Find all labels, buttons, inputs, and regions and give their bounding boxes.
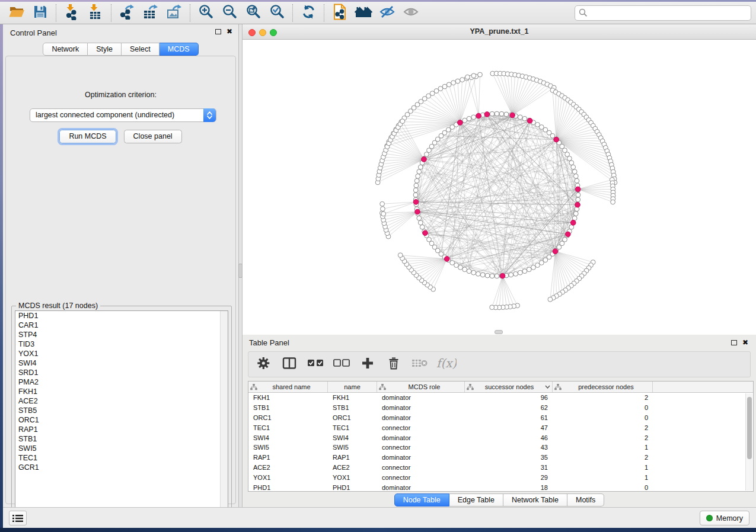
export-table-button[interactable]: }} [139,4,162,23]
table-scrollbar[interactable] [745,393,752,491]
vertical-splitter[interactable] [238,24,243,507]
export-image-button[interactable] [162,4,186,23]
cell-predecessor-nodes[interactable]: 1 [553,464,653,471]
mcds-result-item[interactable]: STB1 [15,434,228,444]
cell-name[interactable]: RAP1 [328,454,377,461]
cell-predecessor-nodes[interactable]: 1 [553,444,653,451]
cell-shared-name[interactable]: PHD1 [248,484,328,491]
mcds-result-item[interactable]: STP4 [15,330,228,339]
cell-predecessor-nodes[interactable]: 1 [553,474,653,481]
cell-shared-name[interactable]: ACE2 [248,464,328,471]
refresh-view-button[interactable] [296,4,320,23]
close-panel-icon[interactable]: ✖ [227,29,232,34]
cell-name[interactable]: YOX1 [328,474,377,481]
delete-columns-button[interactable] [385,355,403,374]
cell-predecessor-nodes[interactable]: 0 [553,414,653,421]
cell-successor-nodes[interactable]: 43 [465,444,553,451]
cell-successor-nodes[interactable]: 61 [465,414,553,421]
zoom-fit-button[interactable] [241,4,265,23]
column-header-shared-name[interactable]: shared name [248,382,328,392]
cell-successor-nodes[interactable]: 47 [465,424,553,431]
network-canvas[interactable] [243,40,756,335]
tab-mcds[interactable]: MCDS [160,43,199,56]
mcds-result-item[interactable]: YOX1 [15,349,228,358]
cell-MCDS-role[interactable]: dominator [377,414,465,421]
optimization-criterion-select[interactable]: largest connected component (undirected) [30,108,216,122]
table-row[interactable]: RAP1RAP1dominator352 [248,453,753,463]
mcds-result-item[interactable]: FKH1 [15,387,228,396]
zoom-out-button[interactable] [218,4,241,23]
cell-name[interactable]: FKH1 [328,394,377,401]
memory-button[interactable]: Memory [700,511,749,525]
import-table-button[interactable]: }} [84,4,107,23]
search-input[interactable] [575,5,751,21]
mcds-result-item[interactable]: SWI4 [15,358,228,368]
cell-MCDS-role[interactable]: dominator [377,394,465,401]
cell-shared-name[interactable]: FKH1 [248,394,328,401]
table-row[interactable]: SWI5SWI5connector431 [248,443,753,453]
tab-style[interactable]: Style [88,43,122,56]
cell-MCDS-role[interactable]: dominator [377,404,465,411]
cell-shared-name[interactable]: SWI5 [248,444,328,451]
mcds-result-item[interactable]: GCR1 [15,463,228,472]
mcds-result-item[interactable]: SRD1 [15,368,228,377]
zoom-selected-button[interactable] [265,4,289,23]
tab-motifs[interactable]: Motifs [567,493,604,507]
table-row[interactable]: YOX1YOX1connector291 [248,472,753,482]
mcds-result-item[interactable]: TID3 [15,339,228,349]
close-table-panel-icon[interactable]: ✖ [742,340,748,345]
mcds-result-item[interactable]: PMA2 [15,377,228,387]
cell-MCDS-role[interactable]: connector [377,424,465,431]
select-all-rows-button[interactable] [307,355,324,374]
cell-name[interactable]: ACE2 [328,464,377,471]
tab-network-table[interactable]: Network Table [503,493,567,507]
hide-selected-button[interactable] [375,4,399,23]
table-row[interactable]: SWI4SWI4dominator462 [248,432,753,443]
deselect-all-rows-button[interactable] [333,355,350,374]
task-history-button[interactable] [9,511,27,525]
cell-predecessor-nodes[interactable]: 0 [553,484,653,491]
cell-successor-nodes[interactable]: 31 [465,464,553,471]
cell-MCDS-role[interactable]: connector [377,444,465,451]
cell-name[interactable]: SWI4 [328,434,377,441]
table-scrollbar-thumb[interactable] [747,397,752,459]
tab-node-table[interactable]: Node Table [394,493,449,507]
new-network-from-selection-button[interactable] [328,4,352,23]
show-all-nodes-edges-button[interactable] [352,4,375,23]
float-table-panel-icon[interactable] [731,340,737,345]
cell-shared-name[interactable]: RAP1 [248,454,328,461]
cell-predecessor-nodes[interactable]: 2 [553,454,653,461]
save-session-button[interactable] [28,4,52,23]
mcds-result-item[interactable]: ORC1 [15,415,228,425]
table-row[interactable]: ORC1ORC1dominator610 [248,413,753,423]
tab-select[interactable]: Select [122,43,160,56]
cell-name[interactable]: SWI5 [328,444,377,451]
zoom-in-button[interactable] [194,4,218,23]
mcds-result-item[interactable]: SWI5 [15,444,228,453]
cell-name[interactable]: TEC1 [328,424,377,431]
cell-MCDS-role[interactable]: connector [377,474,465,481]
mcds-result-item[interactable]: RAP1 [15,425,228,434]
cell-shared-name[interactable]: SWI4 [248,434,328,441]
cell-shared-name[interactable]: STB1 [248,404,328,411]
cell-successor-nodes[interactable]: 29 [465,474,553,481]
horizontal-splitter-handle[interactable] [495,330,503,334]
mcds-result-item[interactable]: ACE2 [15,396,228,406]
cell-shared-name[interactable]: YOX1 [248,474,328,481]
column-header-name[interactable]: name [328,382,377,392]
cell-shared-name[interactable]: ORC1 [248,414,328,421]
cell-predecessor-nodes[interactable]: 2 [553,394,653,401]
table-row[interactable]: ACE2ACE2connector311 [248,463,753,473]
cell-successor-nodes[interactable]: 35 [465,454,553,461]
mcds-result-list[interactable]: PHD1CAR1STP4TID3YOX1SWI4SRD1PMA2FKH1ACE2… [15,310,228,524]
cell-name[interactable]: ORC1 [328,414,377,421]
column-header-predecessor-nodes[interactable]: predecessor nodes [553,382,653,392]
cell-predecessor-nodes[interactable]: 2 [553,434,653,441]
mcds-result-item[interactable]: STB5 [15,406,228,415]
cell-predecessor-nodes[interactable]: 0 [553,404,653,411]
table-row[interactable]: STB1STB1dominator620 [248,403,753,413]
split-panel-button[interactable] [280,355,298,374]
tab-network[interactable]: Network [43,43,88,56]
cell-name[interactable]: STB1 [328,404,377,411]
mcds-result-item[interactable]: TEC1 [15,453,228,463]
